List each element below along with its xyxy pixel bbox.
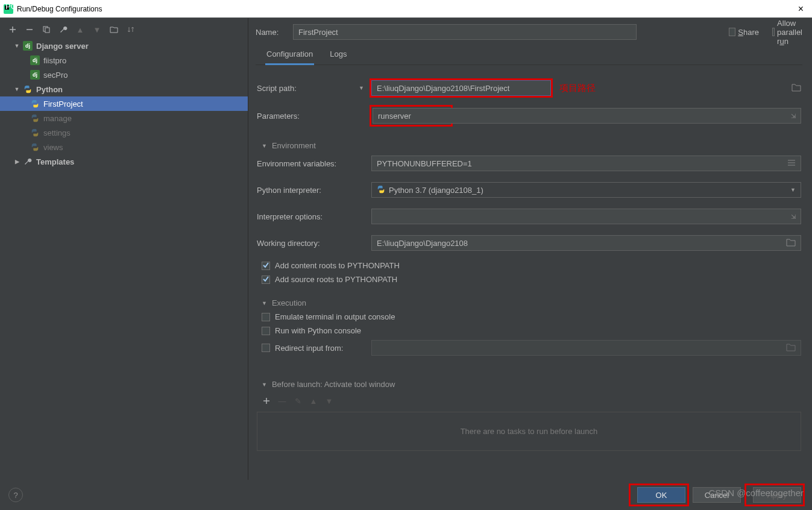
checkbox-icon (729, 28, 735, 36)
help-button[interactable]: ? (8, 488, 23, 502)
edit-icon[interactable]: ✎ (292, 395, 304, 407)
checkbox-icon (262, 313, 270, 321)
apply-button[interactable]: Apply (753, 487, 801, 503)
checkbox-icon (262, 327, 270, 335)
list-icon[interactable] (787, 159, 796, 168)
django-icon: dj (23, 41, 33, 51)
browse-folder-icon[interactable] (792, 83, 801, 93)
svg-rect-4 (45, 28, 49, 33)
tree-label: settings (43, 128, 71, 137)
python-icon (30, 142, 40, 152)
env-vars-row: Environment variables: PYTHONUNBUFFERED=… (257, 153, 801, 174)
tree-item-fiistpro[interactable]: dj fiistpro (0, 53, 248, 68)
chevron-down-icon: ▼ (262, 143, 267, 149)
highlight-annotation: Apply (746, 485, 804, 505)
run-python-console-checkbox[interactable]: Run with Python console (257, 324, 801, 338)
parameters-input[interactable]: runserver (373, 108, 450, 124)
script-path-input[interactable]: E:\liuqDjango\Django2108\FirstProject (371, 80, 551, 96)
dialog-button-bar: ? OK Cancel Apply (0, 480, 812, 510)
tree-toolbar: ▲ ▼ (0, 20, 248, 39)
before-launch-empty: There are no tasks to run before launch (257, 412, 801, 451)
before-launch-section-header[interactable]: ▼ Before launch: Activate tool window (257, 375, 801, 391)
script-path-value: E:\liuqDjango\Django2108\FirstProject (377, 84, 509, 93)
remove-icon[interactable]: — (276, 395, 288, 407)
interpreter-dropdown[interactable]: Python 3.7 (django2108_1) ▼ (371, 182, 801, 198)
add-source-roots-checkbox[interactable]: Add source roots to PYTHONPATH (257, 272, 801, 286)
tree-group-django-server[interactable]: ▼ dj Django server (0, 39, 248, 53)
tab-configuration[interactable]: Configuration (265, 46, 314, 65)
section-title: Environment (272, 141, 316, 150)
tree-group-python[interactable]: ▼ Python (0, 82, 248, 96)
tree-label: secPro (43, 71, 68, 80)
remove-icon[interactable] (23, 23, 36, 36)
django-icon: dj (30, 70, 40, 80)
down-icon[interactable]: ▼ (90, 23, 104, 36)
tree-item-secpro[interactable]: dj secPro (0, 68, 248, 82)
main-content: ▲ ▼ ▼ dj Django server dj fiistpro dj se… (0, 18, 812, 480)
environment-section-header[interactable]: ▼ Environment (257, 136, 801, 153)
add-content-roots-checkbox[interactable]: Add content roots to PYTHONPATH (257, 259, 801, 272)
parameters-input-ext[interactable]: ⇲ (449, 108, 801, 124)
script-path-row: Script path: ▼ E:\liuqDjango\Django2108\… (257, 77, 801, 99)
redirect-input-field[interactable] (371, 340, 801, 356)
down-icon[interactable]: ▼ (323, 395, 335, 407)
chevron-down-icon: ▼ (13, 86, 20, 92)
tree-label: FirstProject (43, 99, 83, 109)
folder-icon[interactable] (107, 23, 121, 36)
working-dir-row: Working directory: E:\liuqDjango\Django2… (257, 232, 801, 254)
browse-folder-icon[interactable] (786, 343, 796, 353)
copy-icon[interactable] (40, 23, 53, 36)
chevron-down-icon[interactable]: ▼ (359, 85, 364, 91)
python-icon (30, 99, 40, 109)
tabs: Configuration Logs (256, 46, 802, 65)
tree-group-templates[interactable]: ▶ Templates (0, 154, 248, 169)
working-dir-input[interactable]: E:\liuqDjango\Django2108 (371, 235, 801, 251)
env-vars-value: PYTHONUNBUFFERED=1 (377, 159, 472, 168)
checkbox-label: Emulate terminal in output console (275, 312, 395, 321)
python-icon (30, 113, 40, 123)
configurations-tree-panel: ▲ ▼ ▼ dj Django server dj fiistpro dj se… (0, 18, 248, 480)
close-icon[interactable]: × (793, 4, 808, 14)
parameters-label: Parameters: (257, 112, 371, 121)
tree-item-settings[interactable]: settings (0, 125, 248, 140)
add-icon[interactable] (6, 23, 19, 36)
sort-icon[interactable] (124, 23, 137, 36)
tree-item-views[interactable]: views (0, 140, 248, 154)
up-icon[interactable]: ▲ (74, 23, 87, 36)
highlight-annotation: OK (630, 485, 688, 505)
tree-item-firstproject[interactable]: FirstProject (0, 96, 248, 111)
wrench-icon[interactable] (57, 23, 70, 36)
cancel-button[interactable]: Cancel (693, 487, 741, 503)
interp-options-input[interactable]: ⇲ (371, 209, 801, 224)
title-bar: PC Run/Debug Configurations × (0, 0, 812, 18)
tab-logs[interactable]: Logs (329, 46, 348, 65)
checkbox-checked-icon (262, 275, 270, 284)
emulate-terminal-checkbox[interactable]: Emulate terminal in output console (257, 310, 801, 324)
checkbox-checked-icon (262, 262, 270, 270)
chevron-down-icon: ▼ (262, 382, 267, 388)
redirect-input-label: Redirect input from: (275, 344, 367, 353)
python-icon (30, 128, 40, 137)
share-checkbox[interactable]: SSharehare (729, 28, 759, 37)
parameters-row: Parameters: runserver ⇲ (257, 105, 801, 127)
env-vars-input[interactable]: PYTHONUNBUFFERED=1 (371, 156, 801, 171)
checkbox-icon[interactable] (262, 344, 270, 352)
browse-folder-icon[interactable] (786, 238, 796, 248)
form-area: Script path: ▼ E:\liuqDjango\Django2108\… (256, 65, 802, 480)
interpreter-label: Python interpreter: (257, 186, 371, 195)
working-dir-value: E:\liuqDjango\Django2108 (377, 239, 468, 248)
execution-section-header[interactable]: ▼ Execution (257, 294, 801, 310)
checkbox-label: Run with Python console (275, 326, 361, 335)
ok-button[interactable]: OK (637, 487, 685, 503)
add-icon[interactable] (260, 395, 272, 407)
expand-icon[interactable]: ⇲ (791, 213, 796, 220)
window-title: Run/Debug Configurations (17, 5, 793, 13)
expand-icon[interactable]: ⇲ (791, 113, 796, 119)
name-input[interactable] (293, 24, 637, 40)
up-icon[interactable]: ▲ (307, 395, 319, 407)
tree-item-manage[interactable]: manage (0, 111, 248, 125)
env-vars-label: Environment variables: (257, 159, 371, 168)
checkbox-label: Add content roots to PYTHONPATH (275, 261, 400, 270)
tree-label: Python (36, 85, 63, 94)
allow-parallel-checkbox[interactable]: Allow parallel run (772, 19, 802, 46)
